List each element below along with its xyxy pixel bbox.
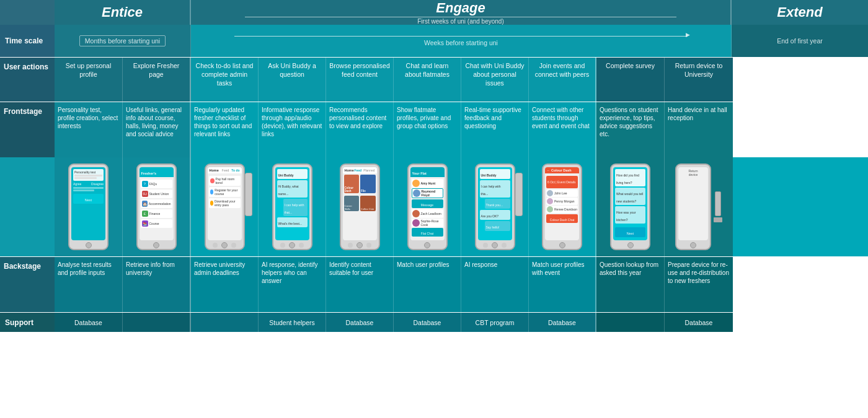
backstage-col-3: Retrieve university admin deadlines [191,257,259,312]
timescale-engage: ▶ Weeks before starting uni [191,25,732,57]
phone-6: Your Flat Amy Hunt [394,157,461,256]
backstage-col-4: AI response, identify helpers who can an… [259,257,326,312]
backstage-col-7: AI response [461,257,529,312]
support-col-10: Database [665,313,733,332]
support-col-2 [123,313,191,332]
phone-9: How did you find living here? What would… [596,157,665,256]
support-col-4: Student helpers [259,313,326,332]
user-action-col-1: Set up personal profile [55,58,123,102]
user-action-col-2: Explore Fresher page [123,58,191,102]
frontstage-col-6: Show flatmate profiles, private and grou… [394,102,461,157]
support-col-5: Database [326,313,394,332]
frontstage-col-2: Useful links, general info about course,… [123,102,191,157]
frontstage-col-10: Hand device in at hall reception [665,102,733,157]
timescale-extend: End of first year [732,25,868,57]
frontstage-col-5: Recommends personalised content to view … [326,102,394,157]
support-label: Support [0,313,55,332]
frontstage-col-1: Personality test, profile creation, sele… [55,102,123,157]
phone-8: ← Colour Dash 6 Oct | Event Details John… [529,157,596,256]
user-action-col-3: Check to-do list and complete admin task… [191,58,259,102]
user-action-col-5: Browse personalised feed content [326,58,394,102]
support-col-3 [191,313,259,332]
phone-3: Home Feed To do Pay hall room bond [191,157,259,256]
user-action-col-10: Return device to University [665,58,733,102]
support-col-9 [596,313,665,332]
backstage-col-6: Match user profiles [394,257,461,312]
backstage-label: Backstage [0,257,55,312]
user-action-col-6: Chat and learn about flatmates [394,58,461,102]
support-col-8: Database [529,313,596,332]
frontstage-col-8: Connect with other students through even… [529,102,596,157]
timescale-entice: Months before starting uni [55,25,191,57]
frontstage-col-4: Informative response through app/audio (… [259,102,326,157]
phone-1: Personality test Agree Disagree Next [55,157,123,256]
phase-header-entice: Entice [55,0,191,25]
support-col-7: CBT program [461,313,529,332]
user-action-col-4: Ask Uni Buddy a question [259,58,326,102]
phone-4: Uni Buddy Hi Buddy, what name... I can h… [259,157,326,256]
backstage-col-2: Retrieve info from university [123,257,191,312]
timescale-label-cell: Time scale [0,25,55,57]
user-action-col-8: Join events and connect with peers [529,58,596,102]
frontstage-col-3: Regularly updated fresher checklist of t… [191,102,259,157]
phone-10: Return device [665,157,733,256]
frontstage-label: Frontstage [0,102,55,157]
frontstage-col-9: Questions on student experience, top tip… [596,102,665,157]
support-col-6: Database [394,313,461,332]
phone-7: Uni Buddy I can help with this... Thank … [461,157,529,256]
frontstage-col-7: Real-time supportive feedback and questi… [461,102,529,157]
phase-header-extend: Extend [732,0,868,25]
backstage-col-1: Analyse test results and profile inputs [55,257,123,312]
user-action-col-7: Chat with Uni Buddy about personal issue… [461,58,529,102]
user-actions-label: User actions [0,58,55,102]
backstage-col-9: Question lookup from asked this year [596,257,665,312]
support-col-1: Database [55,313,123,332]
backstage-col-8: Match user profiles with event [529,257,596,312]
phone-2: Fresher's ? FAQs SU Student Union [123,157,191,256]
user-action-col-9: Complete survey [596,58,665,102]
backstage-col-10: Prepare device for re-use and re-distrib… [665,257,733,312]
phone-5: Home Feed Planned Colour Dash Flix [326,157,394,256]
backstage-col-5: Identify content suitable for user [326,257,394,312]
phase-header-engage: Engage First weeks of uni (and beyond) [191,0,732,25]
